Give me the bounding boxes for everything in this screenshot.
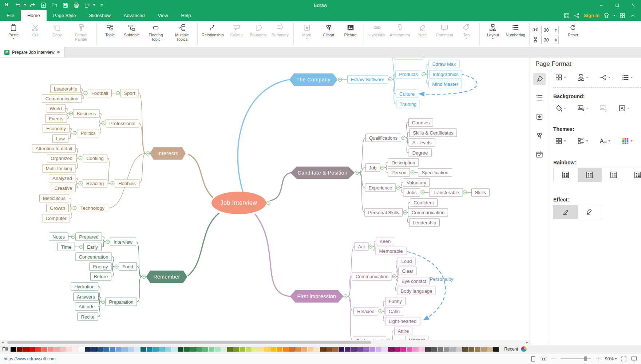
color-swatch[interactable] — [339, 347, 344, 352]
mindmap-node-specification[interactable]: Specification — [418, 168, 452, 177]
clipart-button[interactable]: Clipart — [318, 22, 339, 38]
menu-home[interactable]: Home — [21, 10, 47, 21]
color-swatch[interactable] — [487, 347, 493, 352]
theme-color-button[interactable] — [620, 136, 634, 147]
mindmap-node-infographics[interactable]: Infographics — [429, 70, 462, 79]
floating-topic-button[interactable]: Floating Topic — [143, 22, 169, 42]
zoom-slider-thumb[interactable] — [584, 356, 587, 361]
mindmap-node-transferable[interactable]: Transferable — [429, 188, 463, 197]
mindmap-node-culture[interactable]: Culture — [396, 90, 418, 98]
color-swatch[interactable] — [116, 347, 122, 352]
mindmap-node-voluntary[interactable]: Voluntary — [403, 179, 430, 187]
rainbow-option-3[interactable] — [602, 168, 626, 182]
sign-in-button[interactable]: Sign In — [584, 13, 600, 18]
task-tab[interactable] — [533, 148, 546, 161]
color-swatch[interactable] — [190, 347, 196, 352]
color-swatch[interactable] — [246, 347, 252, 352]
collapse-button-hobbies[interactable] — [111, 181, 115, 185]
collapse-button-interests[interactable] — [146, 152, 150, 156]
hyperlink-button[interactable]: Hyperlink — [367, 22, 388, 38]
color-swatch[interactable] — [215, 347, 221, 352]
collapse-button-edraw-software[interactable] — [388, 77, 392, 81]
mindmap-node-early[interactable]: Early — [83, 243, 102, 251]
mark-button[interactable]: Mark — [296, 22, 317, 40]
collapse-ribbon-icon[interactable] — [629, 12, 636, 19]
color-swatch[interactable] — [419, 347, 425, 352]
mark-tab[interactable] — [533, 111, 546, 123]
open-folder-button[interactable] — [50, 1, 59, 9]
mindmap-node-world[interactable]: World — [46, 104, 66, 113]
collapse-button-first-impression[interactable] — [344, 295, 348, 299]
comment-button[interactable]: Comment — [434, 22, 455, 38]
mindmap-node-hobbies[interactable]: Hobbies — [115, 179, 139, 188]
collapse-button-jobs[interactable] — [420, 191, 424, 195]
mindmap-node-loud[interactable]: Loud — [398, 257, 416, 265]
mindmap-node-hydration[interactable]: Hydration — [71, 283, 98, 291]
clipart-tab[interactable] — [533, 129, 546, 142]
v-spacing-down-icon[interactable] — [555, 40, 557, 42]
document-tab[interactable]: M Prepare Job Interview — [0, 47, 64, 57]
apps-grid-icon[interactable] — [619, 12, 626, 19]
picture-button[interactable]: Picture — [340, 22, 361, 38]
save-button[interactable] — [60, 1, 70, 9]
color-swatch[interactable] — [450, 347, 456, 352]
mindmap-node-calm[interactable]: Calm — [385, 307, 403, 316]
color-swatch[interactable] — [400, 347, 406, 352]
color-swatch[interactable] — [363, 347, 369, 352]
color-swatch[interactable] — [202, 347, 208, 352]
undo-button[interactable] — [13, 1, 23, 9]
mindmap-node-computer[interactable]: Computer — [42, 214, 70, 223]
presentation-icon[interactable] — [631, 356, 637, 362]
color-swatch[interactable] — [369, 347, 375, 352]
zoom-in-icon[interactable] — [595, 356, 601, 362]
shirt-caret-icon[interactable] — [613, 15, 616, 16]
rainbow-option-4[interactable] — [626, 168, 641, 182]
minimize-button[interactable] — [593, 0, 609, 10]
mindmap-node-experience[interactable]: Experience — [365, 184, 396, 192]
menu-slideshow[interactable]: Slideshow — [83, 10, 117, 21]
format-tool-tab[interactable] — [533, 73, 546, 85]
collapse-button-football[interactable] — [83, 91, 87, 95]
color-swatch[interactable] — [128, 347, 134, 352]
mindmap-node-light-hearted[interactable]: Light-hearted — [385, 317, 420, 325]
cut-button[interactable]: Cut — [25, 22, 46, 38]
color-swatch[interactable] — [153, 347, 159, 352]
mindmap-node-mind-master[interactable]: Mind Master — [428, 80, 462, 88]
mindmap-node-first-impression[interactable]: First impression — [290, 290, 344, 303]
v-spacing-spinner[interactable]: 30 — [541, 36, 559, 44]
note-button[interactable]: Note — [412, 22, 433, 38]
customize-quick-access-button[interactable] — [97, 1, 106, 9]
color-swatch[interactable] — [283, 347, 289, 352]
mindmap-node-reading[interactable]: Reading — [83, 179, 107, 188]
horizontal-scroll-thumb[interactable] — [7, 341, 371, 344]
color-swatch[interactable] — [295, 347, 301, 352]
color-swatch[interactable] — [159, 347, 165, 352]
mindmap-node-events[interactable]: Events — [45, 115, 67, 123]
theme-font-button[interactable] — [598, 136, 612, 147]
horizontal-scrollbar[interactable]: ◀ ▶ — [0, 340, 530, 345]
collapse-button-experience[interactable] — [396, 186, 400, 190]
mindmap-node-time[interactable]: Time — [58, 243, 75, 251]
mindmap-node-edraw-software[interactable]: Edraw Software — [347, 75, 388, 84]
mindmap-node-eye-contact[interactable]: Eye contact — [398, 277, 430, 285]
color-swatch[interactable] — [17, 347, 23, 352]
menu-file[interactable]: File — [0, 10, 21, 21]
attachment-button[interactable]: Attachment — [388, 22, 412, 38]
effect-option-normal[interactable] — [554, 205, 578, 219]
color-swatch[interactable] — [91, 347, 97, 352]
share-icon[interactable] — [574, 12, 580, 19]
color-swatch[interactable] — [110, 347, 115, 352]
mindmap-node-energy[interactable]: Energy — [89, 263, 111, 271]
mindmap-node-job-interview[interactable]: Job Interview — [211, 192, 266, 214]
export-caret-icon[interactable] — [93, 4, 95, 6]
collapse-button-act[interactable] — [369, 245, 373, 249]
color-swatch[interactable] — [382, 347, 388, 352]
color-swatch[interactable] — [165, 347, 171, 352]
collapse-button-preparation[interactable] — [101, 300, 105, 304]
scroll-right-icon[interactable]: ▶ — [525, 340, 530, 345]
color-swatch[interactable] — [345, 347, 351, 352]
tag-button[interactable]: Tag — [456, 22, 477, 40]
color-swatch[interactable] — [227, 347, 233, 352]
color-swatch[interactable] — [240, 347, 245, 352]
copy-button[interactable]: Copy — [47, 22, 68, 38]
